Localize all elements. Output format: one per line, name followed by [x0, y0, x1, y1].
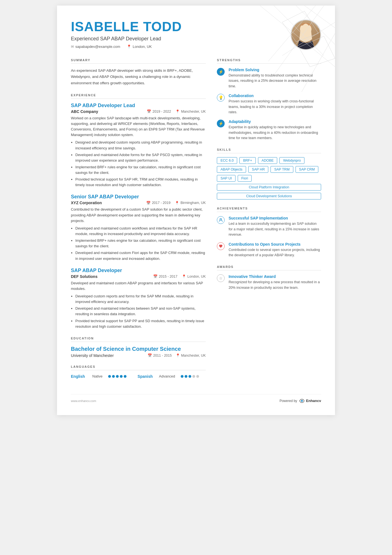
strength-desc-1: Demonstrated ability to troubleshoot com…	[229, 73, 321, 89]
experience-section: EXPERIENCE SAP ABAP Developer Lead ABC C…	[71, 93, 206, 329]
lang-dots-spanish	[181, 375, 199, 378]
strength-desc-2: Proven success in working closely with c…	[229, 99, 321, 115]
lang-name-english: English	[71, 374, 89, 379]
exp-meta-1: ABC Company 📅 2019 - 2022 📍 Manchester, …	[71, 109, 206, 114]
email-icon: ✉	[71, 45, 74, 49]
achievements-title: ACHIEVEMENTS	[217, 207, 321, 212]
exp-dates-3: 📅 2015 - 2017	[153, 274, 177, 278]
calendar-icon-3: 📅	[153, 274, 158, 278]
lang-level-spanish: Advanced	[159, 374, 175, 378]
calendar-icon-1: 📅	[147, 109, 151, 114]
exp-title-3: SAP ABAP Developer	[71, 268, 206, 273]
edu-meta: University of Manchester 📅 2011 - 2015 📍…	[71, 353, 206, 358]
achieve-desc-2: Contributed code to several open source …	[229, 247, 321, 258]
skill-sap-trm: SAP TRM	[271, 166, 293, 173]
bullet-2-2: Implemented BRF+ rules engine for tax ca…	[75, 238, 206, 249]
exp-company-2: XYZ Corporation	[71, 201, 102, 205]
languages-section: LANGUAGES English Native	[71, 365, 206, 379]
skill-sap-ui: SAP UI	[217, 175, 235, 182]
dot	[188, 375, 191, 378]
bullet-1-2: Developed and maintained Adobe forms for…	[75, 152, 206, 163]
bullet-1-1: Designed and developed custom reports us…	[75, 140, 206, 151]
contact-row: ✉ sapabapdev@example.com 📍 London, UK	[71, 45, 285, 49]
strength-item-2: 💡 Collaboration Proven success in workin…	[217, 93, 321, 115]
skill-adobe: ADOBE	[258, 157, 277, 164]
powered-by-text: Powered by	[279, 399, 297, 403]
bullet-3-1: Developed custom reports and forms for t…	[75, 293, 206, 305]
achieve-content-1: Successful SAP Implementation Led a team…	[229, 216, 321, 237]
strengths-section: STRENGTHS ⚡ Problem Solving Demonstrated…	[217, 58, 321, 141]
summary-section: SUMMARY An experienced SAP ABAP develope…	[71, 58, 206, 86]
edu-school: University of Manchester	[71, 353, 114, 358]
header-left: ISABELLE TODD Experienced SAP ABAP Devel…	[71, 19, 285, 49]
edu-location: 📍 Manchester, UK	[176, 353, 206, 357]
skill-webdynpro: Webdynpro	[279, 157, 304, 164]
resume-container: ISABELLE TODD Experienced SAP ABAP Devel…	[57, 6, 335, 415]
exp-location-1: 📍 Manchester, UK	[175, 109, 206, 114]
strength-icon-2: 💡	[217, 94, 225, 102]
avatar-image	[291, 20, 320, 49]
dot	[196, 375, 199, 378]
exp-title-1: SAP ABAP Developer Lead	[71, 103, 206, 108]
left-column: SUMMARY An experienced SAP ABAP develope…	[71, 58, 206, 386]
strength-title-2: Collaboration	[229, 93, 321, 98]
skill-abap-objects: ABAP Objects	[217, 166, 246, 173]
skills-section: SKILLS ECC 6.0 BRF+ ADOBE Webdynpro ABAP…	[217, 148, 321, 199]
exp-desc-1: Worked on a complex SAP landscape with m…	[71, 115, 206, 138]
exp-details-3: 📅 2015 - 2017 📍 London, UK	[153, 274, 206, 278]
achievements-section: ACHIEVEMENTS Successful SAP Implementati…	[217, 207, 321, 258]
exp-location-3: 📍 London, UK	[182, 274, 206, 278]
strength-title-3: Adaptability	[229, 119, 321, 124]
right-column: STRENGTHS ⚡ Problem Solving Demonstrated…	[217, 58, 321, 386]
award-item-1: ☆ Innovative Thinker Award Recognized fo…	[217, 274, 321, 290]
footer-website: www.enhancv.com	[71, 399, 96, 403]
strength-content-3: Adaptability Expertise in quickly adapti…	[229, 119, 321, 141]
exp-meta-3: DEF Solutions 📅 2015 - 2017 📍 London, UK	[71, 274, 206, 279]
strength-item-1: ⚡ Problem Solving Demonstrated ability t…	[217, 68, 321, 89]
experience-title: EXPERIENCE	[71, 93, 206, 99]
exp-desc-2: Contributed to the development of a cust…	[71, 207, 206, 223]
award-icon-1: ☆	[217, 274, 225, 282]
awards-title: AWARDS	[217, 265, 321, 270]
candidate-name: ISABELLE TODD	[71, 19, 285, 34]
strength-desc-3: Expertise in quickly adapting to new tec…	[229, 125, 321, 141]
exp-item-2: Senior SAP ABAP Developer XYZ Corporatio…	[71, 194, 206, 261]
edu-calendar-icon: 📅	[148, 354, 152, 357]
exp-company-1: ABC Company	[71, 109, 98, 114]
skills-grid: ECC 6.0 BRF+ ADOBE Webdynpro ABAP Object…	[217, 157, 321, 199]
achieve-icon-1	[217, 216, 225, 224]
bullet-3-3: Provided technical support for SAP PP an…	[75, 318, 206, 329]
award-title-1: Innovative Thinker Award	[229, 274, 321, 279]
achieve-content-2: Contributions to Open Source Projects Co…	[229, 242, 321, 258]
strength-content-2: Collaboration Proven success in working …	[229, 93, 321, 115]
location-icon: 📍	[127, 45, 131, 49]
svg-point-11	[220, 218, 222, 220]
bullet-2-1: Developed and maintained custom workflow…	[75, 226, 206, 237]
email-contact: ✉ sapabapdev@example.com	[71, 45, 120, 49]
bullet-1-4: Provided technical support for SAP HR, T…	[75, 177, 206, 188]
lang-name-spanish: Spanish	[138, 374, 156, 379]
exp-title-2: Senior SAP ABAP Developer	[71, 194, 206, 200]
avatar	[291, 19, 321, 50]
skill-sap-crm: SAP CRM	[296, 166, 319, 173]
skill-ecc: ECC 6.0	[217, 157, 237, 164]
exp-dates-2: 📅 2017 - 2019	[146, 201, 170, 205]
award-desc-1: Recognized for developing a new process …	[229, 280, 321, 290]
exp-location-2: 📍 Birmingham, UK	[175, 201, 206, 205]
edu-dates: 📅 2011 - 2015	[148, 353, 172, 357]
award-content-1: Innovative Thinker Award Recognized for …	[229, 274, 321, 290]
skill-sap-hr: SAP HR	[248, 166, 268, 173]
location-value: London, UK	[133, 45, 152, 49]
summary-title: SUMMARY	[71, 58, 206, 64]
education-section: EDUCATION Bachelor of Science in Compute…	[71, 337, 206, 358]
bullet-3-2: Developed and maintained interfaces betw…	[75, 306, 206, 317]
achieve-title-2: Contributions to Open Source Projects	[229, 242, 321, 246]
email-value: sapabapdev@example.com	[75, 45, 120, 49]
brand-name: Enhancv	[306, 399, 321, 403]
exp-bullets-2: Developed and maintained custom workflow…	[71, 226, 206, 262]
header-right	[291, 19, 321, 50]
achieve-desc-1: Led a team in successfully implementing …	[229, 221, 321, 237]
skills-title: SKILLS	[217, 148, 321, 153]
achieve-item-2: Contributions to Open Source Projects Co…	[217, 242, 321, 258]
edu-degree: Bachelor of Science in Computer Science	[71, 346, 206, 352]
